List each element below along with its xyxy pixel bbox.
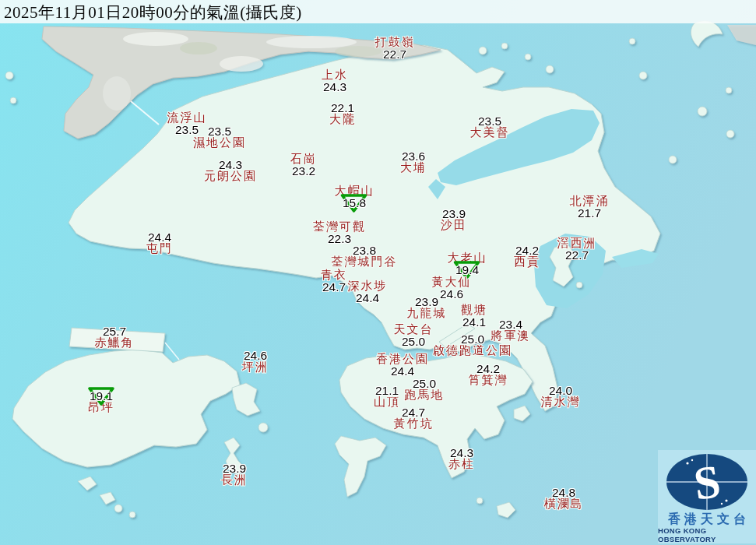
- station: 元朗公園 24.3: [204, 159, 257, 182]
- station-temp: 24.3: [450, 446, 473, 459]
- station-name: 西貢: [514, 256, 540, 268]
- station-name: 九龍城: [407, 308, 447, 319]
- station-temp: 24.7: [322, 280, 346, 294]
- station: 深水埗 24.4: [348, 280, 388, 304]
- station: 長洲 23.9: [221, 462, 248, 486]
- station-temp: 23.9: [415, 295, 438, 308]
- station-temp: 24.2: [476, 362, 500, 375]
- station: 黃竹坑 24.7: [394, 406, 434, 430]
- station: 九龍城 23.9: [407, 296, 447, 319]
- station: 打鼓嶺 22.7: [375, 37, 415, 60]
- station-temp: 23.4: [499, 318, 522, 331]
- station: 北潭涌 21.7: [570, 195, 610, 219]
- station-name: 大埔: [400, 162, 427, 174]
- station-name: 天文台: [394, 324, 434, 336]
- logo-chinese-name: 香港天文台: [668, 512, 750, 526]
- station: 觀塘 24.1: [461, 304, 487, 328]
- station: 大老山 19.4: [448, 252, 487, 276]
- station-name: 清水灣: [541, 396, 581, 408]
- station-name: 流浮山: [167, 112, 207, 124]
- station: 天文台 25.0: [394, 324, 434, 347]
- station-temp: 24.0: [549, 384, 572, 397]
- station-temp: 24.6: [244, 349, 267, 362]
- station-temp: 23.9: [223, 462, 246, 475]
- station: 濕地公園 23.5: [193, 125, 246, 149]
- hko-emblem-icon: S: [663, 452, 751, 512]
- station-name: 黃大仙: [432, 276, 472, 288]
- station: 昂坪 19.1: [88, 390, 114, 413]
- station: 西貢 24.2: [514, 244, 540, 268]
- station: 大埔 23.6: [400, 150, 427, 174]
- station-name: 滘西洲: [557, 237, 597, 249]
- station-name: 打鼓嶺: [375, 37, 415, 48]
- station-name: 北潭涌: [570, 195, 610, 207]
- station-name: 荃灣城門谷: [332, 256, 398, 268]
- station-temp: 25.0: [413, 377, 436, 390]
- station-name: 橫瀾島: [544, 498, 584, 510]
- station-name: 深水埗: [348, 280, 388, 292]
- station-name: 屯門: [146, 243, 173, 255]
- station-name: 黃竹坑: [394, 418, 434, 430]
- station-temp: 24.4: [391, 364, 414, 378]
- station-name: 香港公園: [376, 353, 429, 365]
- station-temp: 24.1: [462, 315, 486, 329]
- title-bar: 2025年11月01日20時00分的氣溫(攝氏度): [0, 0, 756, 23]
- station-name: 觀塘: [461, 304, 487, 316]
- station: 青衣 24.7: [321, 269, 347, 293]
- station: 筲箕灣 24.2: [469, 363, 508, 386]
- map-title: 2025年11月01日20時00分的氣溫(攝氏度): [4, 2, 302, 23]
- hko-logo: S 香港天文台 HONG KONG OBSERVATORY: [658, 450, 756, 543]
- station-temp: 19.4: [455, 263, 479, 276]
- station-temp: 15.8: [343, 196, 366, 209]
- station-name: 大隴: [329, 114, 356, 125]
- station: 跑馬地 25.0: [405, 378, 445, 401]
- station-temp: 23.5: [208, 125, 231, 138]
- station: 大美督 23.5: [470, 115, 510, 139]
- station-temp: 23.6: [402, 149, 425, 163]
- station-temp: 22.1: [331, 101, 354, 114]
- station-temp: 24.2: [515, 244, 539, 257]
- station-name: 跑馬地: [405, 389, 445, 401]
- station: 山頂 21.1: [374, 385, 400, 408]
- station-temp: 23.8: [353, 244, 376, 257]
- temperature-map-page: 2025年11月01日20時00分的氣溫(攝氏度) 打鼓嶺 22.7 上水 24…: [0, 0, 756, 545]
- station-name: 青衣: [321, 269, 347, 281]
- station-name: 坪洲: [242, 361, 269, 373]
- station-temp: 24.4: [356, 291, 379, 304]
- station: 荃灣可觀 22.3: [313, 221, 366, 244]
- station-temp: 25.0: [402, 335, 425, 348]
- station-name: 上水: [322, 69, 348, 81]
- station-name: 筲箕灣: [469, 374, 508, 386]
- station-temp: 21.1: [375, 384, 399, 397]
- station: 啟德跑道公園 25.0: [433, 333, 512, 357]
- stations-layer: 打鼓嶺 22.7 上水 24.3 大隴 22.1 流浮山 23.5: [0, 0, 756, 545]
- station-temp: 22.7: [565, 248, 589, 262]
- station-name: 啟德跑道公園: [433, 345, 512, 357]
- station-name: 赤鱲角: [95, 337, 135, 349]
- station: 上水 24.3: [322, 69, 348, 93]
- station-name: 元朗公園: [204, 171, 257, 182]
- station-temp: 24.3: [219, 158, 242, 171]
- station: 橫瀾島 24.8: [544, 487, 584, 510]
- station: 沙田 23.9: [441, 208, 467, 231]
- station-temp: 22.3: [328, 232, 351, 245]
- station: 清水灣 24.0: [541, 385, 581, 408]
- station-temp: 25.7: [103, 325, 126, 338]
- station: 赤柱 24.3: [448, 447, 475, 470]
- station-temp: 23.5: [478, 114, 501, 128]
- station: 香港公園 24.4: [376, 353, 429, 377]
- station: 大帽山 15.8: [335, 185, 374, 209]
- station-name: 荃灣可觀: [313, 221, 366, 233]
- station-name: 沙田: [441, 220, 467, 231]
- station: 石崗 23.2: [290, 153, 317, 177]
- station: 荃灣城門谷 23.8: [332, 244, 398, 268]
- station-temp: 24.3: [323, 80, 346, 93]
- logo-english-name: HONG KONG OBSERVATORY: [658, 526, 756, 543]
- station-temp: 21.7: [578, 206, 601, 220]
- station-temp: 25.0: [461, 332, 484, 346]
- station-temp: 24.8: [552, 486, 575, 499]
- station: 赤鱲角 25.7: [95, 325, 135, 349]
- station-name: 石崗: [290, 153, 317, 165]
- station-name: 長洲: [221, 474, 248, 486]
- station: 滘西洲 22.7: [557, 237, 597, 261]
